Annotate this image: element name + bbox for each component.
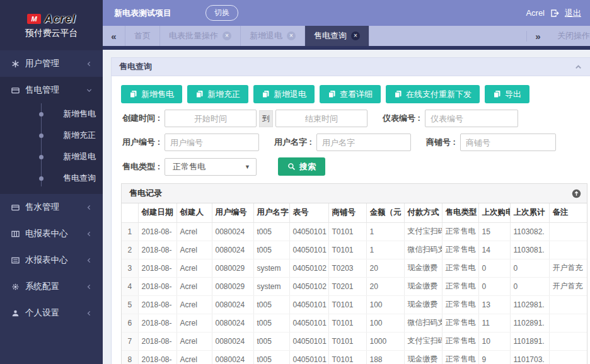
export-button[interactable]: 导出 [485, 85, 529, 103]
sidebar-item-label: 电报表中心 [25, 228, 86, 239]
table-row[interactable]: 32018-08-Acrel0080029system04050102T0203… [122, 259, 587, 277]
search-button-label: 搜索 [299, 161, 316, 173]
sidebar-item-user-mgmt[interactable]: 用户管理 [0, 50, 103, 77]
top-header: 新电表测试项目 切换 Acrel 退出 [103, 0, 590, 26]
table-cell: system [253, 277, 289, 295]
table-cell: 0080024 [212, 295, 253, 314]
search-button[interactable]: 搜索 [278, 157, 325, 176]
shop-no-input[interactable] [460, 134, 556, 151]
sidebar-item-water-report-center[interactable]: 水报表中心 [0, 247, 103, 273]
table-cell: 0080024 [212, 241, 253, 259]
table-row[interactable]: 82018-08-Acrel0080024t00504050101T010118… [122, 350, 587, 364]
table-cell [549, 241, 587, 259]
column-header: 用户编号 [212, 203, 253, 222]
switch-project-button[interactable]: 切换 [205, 5, 238, 21]
sidebar-subitem-label: 新增退电 [63, 151, 96, 162]
collapse-panel-icon[interactable] [574, 63, 582, 71]
table-cell: 9 [478, 350, 510, 364]
table-cell: 14 [478, 241, 510, 259]
table-cell: 100 [366, 314, 404, 332]
sidebar-item-sale-mgmt[interactable]: 售电管理 [0, 77, 103, 103]
tab-add-refund[interactable]: 新增退电 [241, 26, 305, 46]
tabs-scroll-left-button[interactable]: « [103, 26, 125, 46]
table-cell: 现金缴费 [404, 350, 442, 364]
row-number-cell: 7 [122, 332, 138, 350]
tab-home[interactable]: 首页 [125, 26, 160, 46]
gear-icon [11, 282, 21, 291]
table-cell [549, 314, 587, 332]
add-correction-button[interactable]: 新增充正 [187, 85, 248, 103]
shop-no-label: 商铺号 : [426, 137, 456, 148]
project-name: 新电表测试项目 [114, 8, 171, 19]
table-cell: 2018-08- [138, 259, 176, 277]
table-cell: 100 [366, 295, 404, 314]
add-sale-button[interactable]: 新增售电 [121, 85, 182, 103]
table-cell: t005 [253, 314, 289, 332]
sidebar-item-system-config[interactable]: 系统配置 [0, 273, 103, 300]
filter-row-3: 售电类型 : 正常售电 搜索 [121, 157, 587, 176]
table-cell: 11 [478, 314, 510, 332]
table-cell: t005 [253, 332, 289, 350]
tab-meter-batch-ops[interactable]: 电表批量操作 [160, 26, 241, 46]
tab-sale-query[interactable]: 售电查询 [305, 26, 369, 46]
table-row[interactable]: 62018-08-Acrel0080024t00504050101T010110… [122, 314, 587, 332]
list-icon [11, 256, 21, 264]
tab-label: 售电查询 [314, 30, 347, 42]
table-cell: T0101 [328, 350, 366, 364]
table-cell: 04050101 [289, 350, 328, 364]
logout-link[interactable]: 退出 [565, 8, 581, 19]
start-time-input[interactable] [165, 110, 257, 127]
sale-type-select[interactable]: 正常售电 [165, 158, 257, 176]
close-operations-menu[interactable]: 关闭操作 [549, 30, 590, 42]
tabs-scroll-right-button[interactable]: » [526, 31, 549, 42]
table-row[interactable]: 12018-08-Acrel0080024t00504050101T01011支… [122, 222, 587, 241]
scroll-top-icon[interactable] [572, 189, 581, 198]
logout-icon[interactable] [550, 9, 559, 18]
table-cell: 0080024 [212, 222, 253, 241]
toolbar: 新增售电新增充正新增退电查看详细在线支付重新下发导出 [121, 85, 587, 103]
copy-icon [195, 90, 204, 98]
end-time-input[interactable] [275, 110, 367, 127]
table-cell [549, 350, 587, 364]
table-cell: t005 [253, 295, 289, 314]
sidebar-subitem-add-sale[interactable]: 新增售电 [0, 103, 103, 125]
view-detail-button[interactable]: 查看详细 [320, 85, 381, 103]
sidebar-section-system-config: 系统配置 [0, 273, 103, 300]
meter-no-input[interactable] [425, 110, 518, 127]
table-cell: Acrel [176, 277, 212, 295]
column-header: 备注 [549, 203, 587, 222]
table-cell: 20 [366, 259, 404, 277]
row-number-cell: 3 [122, 259, 138, 277]
online-pay-reissue-button[interactable]: 在线支付重新下发 [386, 85, 480, 103]
sidebar-item-personal-settings[interactable]: 个人设置 [0, 300, 103, 326]
sidebar-item-water-sale-mgmt[interactable]: 售水管理 [0, 194, 103, 220]
sidebar-subitem-add-correction[interactable]: 新增充正 [0, 125, 103, 146]
sidebar-section-water-report-center: 水报表中心 [0, 247, 103, 273]
sidebar-subitem-sale-query[interactable]: 售电查询 [0, 168, 103, 189]
table-row[interactable]: 72018-08-Acrel0080024t00504050101T010110… [122, 332, 587, 350]
table-cell: Acrel [176, 295, 212, 314]
table-cell: t005 [253, 350, 289, 364]
table-cell: 1101891. [510, 332, 549, 350]
sale-records-panel: 售电记录 创建日期创建人用户编号用户名字表号商铺号金额（元付款方式售电类型上次购… [121, 183, 587, 364]
close-icon[interactable] [223, 31, 231, 40]
column-header: 售电类型 [442, 203, 478, 222]
table-row[interactable]: 22018-08-Acrel0080024t00504050101T01011微… [122, 241, 587, 259]
user-name-input[interactable] [316, 134, 411, 151]
table-row[interactable]: 52018-08-Acrel0080024t00504050101T010110… [122, 295, 587, 314]
close-icon[interactable] [287, 31, 296, 40]
table-row[interactable]: 42018-08-Acrel0080029system04050102T0201… [122, 277, 587, 295]
add-refund-button[interactable]: 新增退电 [253, 85, 315, 103]
records-header: 售电记录 [122, 184, 587, 203]
brand-subtitle: 预付费云平台 [25, 28, 78, 39]
table-cell: 2018-08- [138, 277, 176, 295]
table-cell: T0201 [328, 277, 366, 295]
sidebar-subitem-add-refund[interactable]: 新增退电 [0, 146, 103, 168]
sidebar-item-elec-report-center[interactable]: 电报表中心 [0, 220, 103, 247]
sidebar-item-label: 售水管理 [25, 202, 86, 213]
table-cell: T0101 [328, 222, 366, 241]
chevron-down-icon [86, 87, 93, 94]
close-icon[interactable] [351, 31, 360, 40]
user-no-input[interactable] [165, 134, 259, 151]
table-cell: 0080024 [212, 350, 253, 364]
